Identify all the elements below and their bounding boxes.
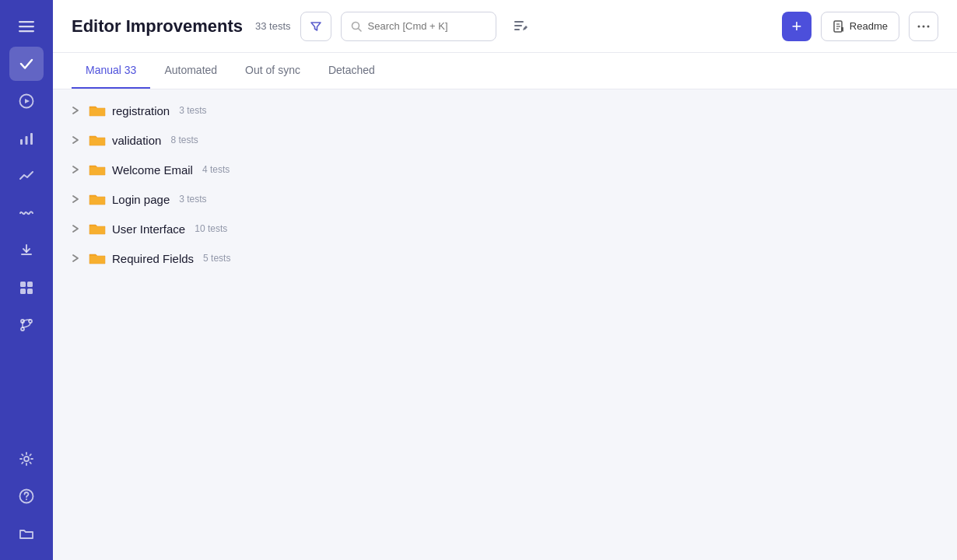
wave-icon[interactable]: [9, 196, 44, 230]
folder-icon: [89, 163, 106, 177]
tab-out-of-sync[interactable]: Out of sync: [231, 53, 314, 89]
svg-rect-11: [20, 289, 26, 294]
svg-rect-21: [514, 21, 524, 23]
chevron-right-icon: [72, 165, 82, 174]
svg-rect-0: [19, 21, 34, 23]
search-bar[interactable]: [341, 12, 496, 41]
list-item[interactable]: validation 8 tests: [53, 125, 957, 155]
folder-icon: [89, 222, 106, 236]
chevron-right-icon: [72, 135, 82, 145]
svg-rect-22: [514, 25, 522, 26]
dashboard-icon[interactable]: [9, 271, 44, 305]
folder-count: 3 tests: [179, 194, 206, 205]
main-content: Editor Improvements 33 tests: [53, 0, 957, 560]
list-item[interactable]: Login page 3 tests: [53, 184, 957, 214]
search-input[interactable]: [368, 20, 486, 32]
svg-rect-12: [27, 289, 33, 294]
svg-rect-1: [19, 26, 34, 27]
trend-icon[interactable]: [9, 159, 44, 193]
test-count-badge: 33 tests: [255, 20, 291, 32]
chevron-right-icon: [72, 254, 82, 263]
list-item[interactable]: User Interface 10 tests: [53, 214, 957, 243]
analytics-icon[interactable]: [9, 121, 44, 156]
sidebar: [0, 0, 53, 560]
svg-line-20: [358, 28, 361, 31]
folder-icon: [89, 251, 106, 265]
folder-name: registration: [112, 104, 170, 117]
svg-point-29: [923, 25, 925, 27]
svg-rect-2: [19, 30, 34, 32]
tabs-bar: Manual 33 Automated Out of sync Detached: [53, 53, 957, 89]
list-item[interactable]: Required Fields 5 tests: [53, 243, 957, 273]
folder-name: User Interface: [112, 222, 185, 236]
git-icon[interactable]: [9, 308, 44, 342]
svg-point-30: [927, 25, 930, 27]
svg-rect-8: [21, 254, 32, 255]
chevron-right-icon: [72, 194, 82, 204]
folder-name: Login page: [112, 193, 170, 206]
filter-button[interactable]: [300, 12, 331, 41]
svg-rect-34: [89, 197, 105, 205]
list-item[interactable]: Welcome Email 4 tests: [53, 155, 957, 184]
header: Editor Improvements 33 tests: [53, 0, 957, 53]
svg-point-28: [918, 25, 920, 27]
more-button[interactable]: [909, 12, 938, 41]
svg-rect-10: [27, 282, 33, 287]
svg-point-18: [26, 499, 27, 500]
folder-icon: [89, 103, 106, 117]
folder-count: 10 tests: [195, 223, 227, 234]
svg-rect-6: [26, 136, 28, 145]
tab-manual[interactable]: Manual 33: [72, 53, 150, 89]
settings-icon[interactable]: [9, 442, 44, 476]
svg-rect-23: [514, 29, 520, 30]
svg-rect-35: [89, 226, 105, 234]
svg-point-16: [24, 457, 29, 461]
import-icon[interactable]: [9, 233, 44, 268]
page-title: Editor Improvements: [72, 16, 243, 37]
add-button[interactable]: +: [782, 12, 812, 41]
help-icon[interactable]: [9, 479, 44, 513]
search-icon: [351, 21, 362, 32]
menu-icon[interactable]: [9, 9, 44, 44]
svg-rect-31: [89, 108, 105, 116]
chevron-right-icon: [72, 106, 82, 115]
svg-rect-5: [20, 139, 23, 145]
svg-rect-9: [20, 282, 26, 287]
folder-icon: [89, 133, 106, 147]
folder-count: 5 tests: [203, 253, 230, 264]
run-icon[interactable]: [9, 84, 44, 118]
folder-count: 8 tests: [170, 135, 198, 145]
readme-label: Readme: [850, 20, 888, 32]
svg-rect-7: [30, 133, 33, 145]
svg-point-15: [21, 327, 24, 331]
folder-icon[interactable]: [9, 516, 44, 551]
folder-count: 4 tests: [202, 164, 230, 175]
folder-name: validation: [112, 134, 161, 147]
content-area: registration 3 tests validation 8 tests …: [53, 89, 957, 560]
folder-name: Required Fields: [112, 252, 194, 265]
list-item[interactable]: registration 3 tests: [53, 96, 957, 125]
folder-icon: [89, 192, 106, 206]
folder-name: Welcome Email: [112, 163, 193, 177]
svg-rect-36: [89, 256, 105, 264]
svg-marker-4: [25, 99, 30, 103]
tab-detached[interactable]: Detached: [314, 53, 389, 89]
edit-icon[interactable]: [506, 12, 535, 41]
readme-button[interactable]: Readme: [821, 12, 899, 41]
svg-rect-32: [89, 138, 105, 145]
folder-count: 3 tests: [179, 105, 206, 116]
svg-rect-33: [89, 167, 105, 175]
chevron-right-icon: [72, 224, 82, 233]
check-icon[interactable]: [9, 47, 44, 81]
tab-automated[interactable]: Automated: [150, 53, 231, 89]
